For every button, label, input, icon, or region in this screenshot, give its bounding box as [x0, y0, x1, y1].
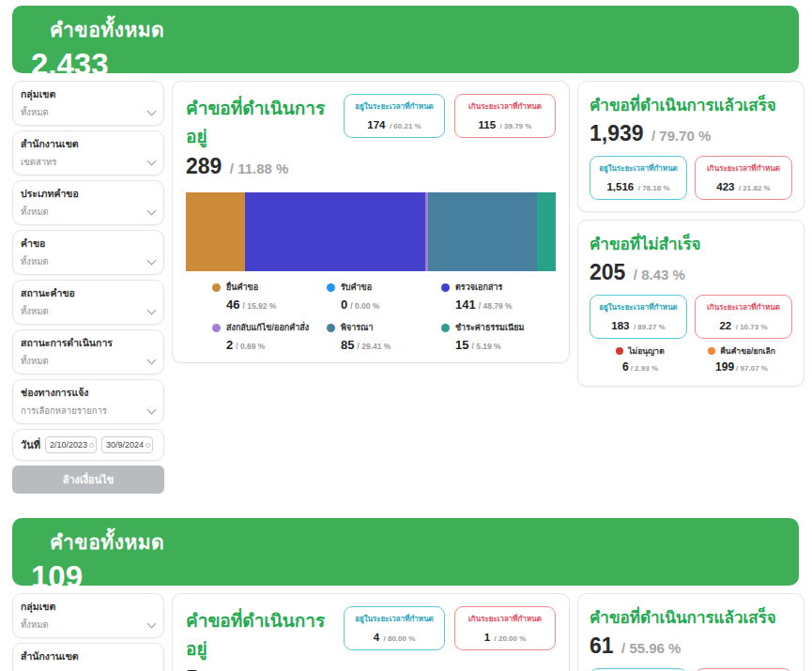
card-percent: / 8.43 %: [634, 267, 685, 282]
badge-value: 115: [479, 119, 497, 130]
card-value: 205: [590, 260, 625, 284]
filter-label: กลุ่มเขต: [21, 86, 156, 102]
badge-label: อยู่ในระยะเวลาที่กำหนด: [353, 100, 436, 113]
in-progress-card: คำขอที่ดำเนินการอยู่ 5 / 4.59 % อยู่ในระ…: [172, 593, 570, 671]
right-column: คำขอที่ดำเนินการแล้วเสร็จ 1,939 / 79.70 …: [577, 81, 804, 387]
date-to-input[interactable]: 30/9/2024: [101, 436, 153, 453]
calendar-icon: [146, 443, 150, 448]
legend-item: ไม่อนุญาต 6/ 2.93 %: [590, 344, 691, 374]
total-banner: คำขอทั้งหมด 2,433: [12, 6, 799, 73]
legend-dot-icon: [212, 324, 221, 332]
card-title: คำขอที่ดำเนินการแล้วเสร็จ: [590, 92, 792, 117]
card-value: 1,939: [590, 121, 644, 145]
stacked-bar-chart: [186, 192, 556, 271]
legend-dot-icon: [441, 283, 450, 292]
date-label: วันที่: [21, 436, 40, 453]
legend-item: คืนคำขอ/ยกเลิก 199/ 97.07 %: [691, 344, 792, 374]
bar-segment: [428, 192, 537, 271]
completed-card: คำขอที่ดำเนินการแล้วเสร็จ 61 / 55.96 % อ…: [577, 593, 804, 671]
legend-dot-icon: [616, 347, 623, 355]
filter-request[interactable]: คำขอ ทั้งหมด: [12, 230, 164, 275]
filter-value: ทั้งหมด: [21, 304, 156, 318]
legend-item: ชำระค่าธรรมเนียม 15/ 5.19 %: [441, 321, 556, 353]
filter-district-group[interactable]: กลุ่มเขต ทั้งหมด: [12, 81, 164, 126]
on-time-badge: อยู่ในระยะเวลาที่กำหนด 174 / 60.21 %: [344, 94, 445, 138]
right-column: คำขอที่ดำเนินการแล้วเสร็จ 61 / 55.96 % อ…: [577, 593, 804, 671]
dashboard-section-online: คำขอทั้งหมด 109 กลุ่มเขต ทั้งหมด สำนักงา…: [0, 518, 812, 671]
filter-district-group[interactable]: กลุ่มเขต ทั้งหมด: [12, 593, 164, 638]
legend-dot-icon: [441, 324, 450, 332]
clear-filters-button[interactable]: ล้างเงื่อนไข: [12, 465, 164, 494]
dashboard-section-all: คำขอทั้งหมด 2,433 กลุ่มเขต ทั้งหมด สำนัก…: [0, 6, 812, 494]
filter-label: สถานะการดำเนินการ: [21, 335, 156, 351]
total-banner: คำขอทั้งหมด 109: [12, 518, 799, 586]
on-time-badge: อยู่ในระยะเวลาที่กำหนด 4 / 80.00 %: [344, 606, 445, 650]
legend-item: ยื่นคำขอ 46/ 15.92 %: [212, 281, 327, 313]
chart-legend: ยื่นคำขอ 46/ 15.92 % รับคำขอ 0/ 0.00 % ต…: [212, 281, 556, 353]
badge-percent: / 60.21 %: [390, 122, 421, 130]
date-range-filter: วันที่ 2/10/2023 30/9/2024: [12, 429, 164, 461]
legend-item: พิจารณา 85/ 29.41 %: [327, 321, 441, 353]
filter-sidebar: กลุ่มเขต ทั้งหมด สำนักงานเขต เขตสาทร ประ…: [12, 81, 164, 494]
card-title: คำขอที่ดำเนินการอยู่: [186, 606, 344, 663]
card-percent: / 79.70 %: [651, 128, 711, 144]
on-time-badge: อยู่ในระยะเวลาที่กำหนด 183 / 89.27 %: [590, 295, 687, 339]
badge-label: เกินระยะเวลาที่กำหนด: [464, 100, 546, 113]
legend-dot-icon: [327, 283, 335, 292]
card-title: คำขอที่ดำเนินการแล้วเสร็จ: [590, 604, 792, 630]
filter-request-status[interactable]: สถานะคำขอ ทั้งหมด: [12, 280, 164, 325]
legend-dot-icon: [708, 347, 715, 355]
bar-segment: [537, 192, 556, 271]
in-progress-card: คำขอที่ดำเนินการอยู่ 289 / 11.88 % อยู่ใ…: [172, 81, 570, 363]
filter-label: คำขอ: [21, 236, 156, 252]
overdue-badge: เกินระยะเวลาที่กำหนด 22 / 10.73 %: [695, 295, 792, 339]
overdue-badge: เกินระยะเวลาที่กำหนด 1 / 20.00 %: [454, 606, 556, 650]
calendar-icon: [89, 443, 94, 448]
filter-channel[interactable]: ช่องทางการแจ้ง การเลือกหลายรายการ: [12, 379, 164, 424]
card-percent: / 11.88 %: [230, 160, 289, 176]
banner-title: คำขอทั้งหมด: [50, 526, 799, 557]
badge-percent: / 39.79 %: [500, 122, 532, 130]
date-from-input[interactable]: 2/10/2023: [45, 436, 97, 453]
filter-value: ทั้งหมด: [21, 254, 156, 268]
filter-label: ช่องทางการแจ้ง: [21, 385, 156, 401]
filter-value: การเลือกหลายรายการ: [21, 404, 156, 418]
banner-title: คำขอทั้งหมด: [50, 14, 799, 45]
filter-value: เขตสาทร: [21, 155, 156, 169]
filter-value: ทั้งหมด: [21, 354, 156, 368]
filter-request-type[interactable]: ประเภทคำขอ ทั้งหมด: [12, 180, 164, 225]
legend-item: ส่งกลับแก้ไข/ออกคำสั่ง 2/ 0.69 %: [212, 321, 327, 353]
filter-label: สถานะคำขอ: [21, 285, 156, 301]
filter-label: สำนักงานเขต: [21, 136, 156, 152]
filter-label: ประเภทคำขอ: [21, 186, 156, 202]
filter-value: ทั้งหมด: [21, 105, 156, 119]
failed-legend: ไม่อนุญาต 6/ 2.93 % คืนคำขอ/ยกเลิก 199/ …: [590, 344, 792, 374]
overdue-badge: เกินระยะเวลาที่กำหนด 115 / 39.79 %: [454, 94, 556, 138]
badge-value: 174: [367, 119, 385, 130]
card-title: คำขอที่ดำเนินการอยู่: [186, 94, 344, 150]
filter-sidebar: กลุ่มเขต ทั้งหมด สำนักงานเขต เขตสาทร ประ…: [12, 593, 164, 671]
card-title: คำขอที่ไม่สำเร็จ: [590, 231, 792, 256]
filter-value: ทั้งหมด: [21, 205, 156, 219]
overdue-badge: เกินระยะเวลาที่กำหนด 423 / 21.82 %: [695, 156, 792, 200]
filter-process-status[interactable]: สถานะการดำเนินการ ทั้งหมด: [12, 329, 164, 374]
legend-item: ตรวจเอกสาร 141/ 48.79 %: [441, 281, 556, 313]
filter-district-office[interactable]: สำนักงานเขต เขตสาทร: [12, 643, 164, 671]
legend-dot-icon: [327, 324, 335, 332]
card-value: 5: [186, 666, 198, 671]
failed-card: คำขอที่ไม่สำเร็จ 205 / 8.43 % อยู่ในระยะ…: [577, 220, 804, 387]
legend-dot-icon: [212, 283, 221, 292]
card-value: 289: [186, 154, 222, 178]
filter-district-office[interactable]: สำนักงานเขต เขตสาทร: [12, 130, 164, 175]
completed-card: คำขอที่ดำเนินการแล้วเสร็จ 1,939 / 79.70 …: [577, 81, 804, 212]
legend-item: รับคำขอ 0/ 0.00 %: [327, 281, 441, 313]
bar-segment: [186, 192, 245, 271]
on-time-badge: อยู่ในระยะเวลาที่กำหนด 1,516 / 78.18 %: [590, 156, 687, 200]
bar-segment: [245, 192, 425, 271]
